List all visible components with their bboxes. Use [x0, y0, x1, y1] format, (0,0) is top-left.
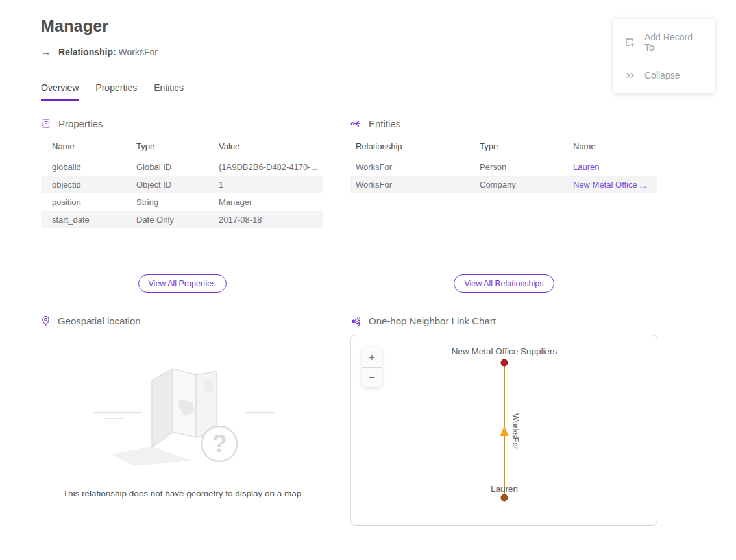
- table-cell: String: [136, 193, 219, 211]
- svg-text:?: ?: [212, 430, 227, 457]
- tab-overview[interactable]: Overview: [41, 82, 79, 101]
- table-row: WorksForPersonLauren: [350, 158, 657, 177]
- table-cell: Person: [480, 158, 573, 177]
- subtitle-value: WorksFor: [119, 47, 158, 57]
- table-cell: Date Only: [136, 211, 219, 228]
- table-cell: Company: [480, 176, 573, 193]
- menu-item-label: Add Record To: [644, 32, 704, 53]
- zoom-control: + −: [362, 347, 382, 387]
- properties-section: Properties Name Type Value globalidGloba…: [41, 118, 323, 274]
- table-row: WorksForCompanyNew Metal Office ...: [350, 176, 657, 193]
- add-record-icon: [624, 37, 635, 48]
- location-pin-icon: [41, 315, 51, 326]
- link-chart-section-header: One-hop Neighbor Link Chart: [350, 315, 657, 326]
- entities-section-header: Entities: [350, 118, 657, 129]
- table-row: positionStringManager: [41, 193, 323, 211]
- geospatial-section: Geospatial location ? This relation: [41, 315, 323, 526]
- view-all-properties-button[interactable]: View All Properties: [138, 274, 227, 293]
- menu-item-add-record-to[interactable]: Add Record To: [613, 23, 715, 61]
- geospatial-section-header: Geospatial location: [41, 315, 323, 326]
- table-cell: Manager: [219, 193, 323, 211]
- link-chart-graph: WorksFor New Metal Office Suppliers Laur…: [351, 335, 657, 525]
- edge-label: WorksFor: [511, 413, 521, 450]
- table-cell: position: [41, 193, 136, 211]
- bottom-node[interactable]: [501, 494, 508, 501]
- zoom-out-button[interactable]: −: [362, 367, 382, 387]
- menu-item-label: Collapse: [644, 70, 680, 80]
- properties-table: Name Type Value globalidGlobal ID{1A9DB2…: [41, 138, 323, 228]
- section-title: One-hop Neighbor Link Chart: [369, 315, 496, 326]
- bottom-node-label: Lauren: [491, 484, 518, 494]
- table-header-row: Relationship Type Name: [350, 138, 657, 158]
- subtitle-label: Relationship:: [58, 47, 116, 57]
- empty-map-illustration: ?: [82, 356, 283, 472]
- zoom-in-button[interactable]: +: [362, 347, 382, 367]
- entity-link[interactable]: New Metal Office ...: [573, 180, 646, 189]
- table-cell: Global ID: [136, 158, 219, 177]
- link-chart-canvas[interactable]: + − WorksFor New Metal Office Suppliers …: [350, 335, 657, 526]
- link-chart-section: One-hop Neighbor Link Chart + − WorksFor…: [350, 315, 657, 526]
- map-placeholder: ?: [41, 343, 323, 485]
- table-row: globalidGlobal ID{1A9DB2B6-D482-4170-...: [41, 158, 323, 177]
- column-header: Name: [573, 138, 657, 158]
- table-cell: {1A9DB2B6-D482-4170-...: [219, 158, 323, 177]
- top-node-label: New Metal Office Suppliers: [452, 347, 558, 356]
- link-chart-icon: [350, 316, 362, 326]
- entities-section: Entities Relationship Type Name WorksFor…: [350, 118, 657, 274]
- section-title: Geospatial location: [58, 315, 141, 326]
- properties-section-header: Properties: [41, 118, 323, 129]
- table-header-row: Name Type Value: [41, 138, 323, 158]
- relationship-arrow-icon: →: [41, 46, 51, 58]
- no-geometry-message: This relationship does not have geometry…: [41, 489, 323, 498]
- column-header: Name: [41, 138, 136, 158]
- table-cell: start_date: [41, 211, 136, 228]
- context-menu: Add Record To Collapse: [613, 19, 715, 93]
- table-cell: WorksFor: [350, 158, 480, 177]
- entities-icon: [350, 118, 362, 129]
- menu-item-collapse[interactable]: Collapse: [613, 61, 715, 89]
- entities-button-row: View All Relationships: [350, 274, 657, 315]
- tab-properties[interactable]: Properties: [95, 82, 137, 101]
- section-title: Properties: [58, 118, 103, 129]
- table-cell: 2017-08-18: [219, 211, 323, 228]
- table-cell: WorksFor: [350, 176, 480, 193]
- column-header: Type: [480, 138, 573, 158]
- entities-table: Relationship Type Name WorksForPersonLau…: [350, 138, 657, 193]
- table-cell: Lauren: [573, 158, 657, 177]
- properties-button-row: View All Properties: [41, 274, 323, 315]
- column-header: Value: [219, 138, 323, 158]
- overview-content: Properties Name Type Value globalidGloba…: [41, 118, 736, 526]
- collapse-icon: [624, 69, 635, 80]
- section-title: Entities: [369, 118, 400, 129]
- view-all-relationships-button[interactable]: View All Relationships: [454, 274, 554, 293]
- table-row: objectidObject ID1: [41, 176, 323, 193]
- table-cell: New Metal Office ...: [573, 176, 657, 193]
- table-cell: Object ID: [136, 176, 219, 193]
- table-cell: objectid: [41, 176, 136, 193]
- column-header: Type: [136, 138, 219, 158]
- column-header: Relationship: [350, 138, 480, 158]
- table-row: start_dateDate Only2017-08-18: [41, 211, 323, 228]
- properties-icon: [41, 118, 51, 129]
- table-cell: globalid: [41, 158, 136, 177]
- top-node[interactable]: [501, 359, 508, 366]
- tab-entities[interactable]: Entities: [154, 82, 184, 101]
- entity-link[interactable]: Lauren: [573, 162, 599, 172]
- table-cell: 1: [219, 176, 323, 193]
